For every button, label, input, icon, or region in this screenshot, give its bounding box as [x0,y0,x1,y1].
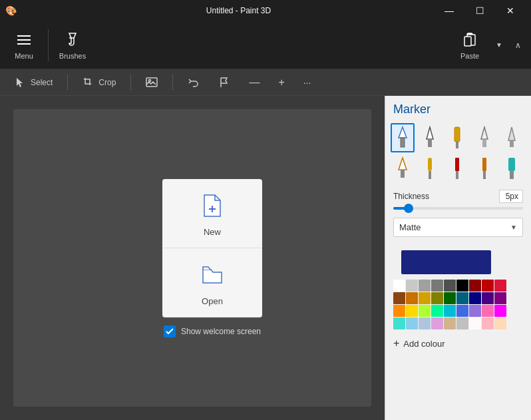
flag-tool[interactable] [214,74,234,91]
color-brown[interactable] [393,292,405,304]
brush-item-8[interactable] [445,154,469,183]
minimize-button[interactable]: — [434,0,464,21]
brush-item-1[interactable] [391,123,415,152]
color-dgray[interactable] [431,280,443,292]
color-navy[interactable] [469,292,481,304]
paste-button[interactable]: Paste [451,24,488,67]
color-lime[interactable] [419,305,431,317]
plus-tool[interactable]: + [274,74,288,91]
panel-title: Marker [385,96,531,120]
canvas-area: New Open Show welcome [0,96,385,420]
crop-tool[interactable]: Crop [79,74,120,91]
menu-icon [15,31,33,49]
svg-rect-1 [17,39,31,41]
color-gold[interactable] [419,292,431,304]
color-darkred[interactable] [469,280,481,292]
brushes-icon [63,31,82,49]
overlay-panel: New Open Show welcome [162,179,262,337]
brushes-button[interactable]: Brushes [54,24,91,67]
svg-rect-7 [146,78,157,87]
ellipsis-icon: ··· [303,77,311,88]
select-label: Select [31,78,53,87]
new-card[interactable]: New [162,179,262,248]
brush-item-9[interactable] [472,154,496,183]
svg-rect-19 [429,171,431,179]
color-snow[interactable] [469,317,481,329]
palette-row-2 [393,305,523,317]
brush-grid [385,120,531,186]
color-teal[interactable] [456,292,468,304]
toolbar-dropdown-button[interactable]: ▼ [491,24,507,67]
menu-button[interactable]: Menu [5,24,43,67]
toolbar-collapse-button[interactable]: ∧ [510,24,526,67]
color-violet[interactable] [469,305,481,317]
svg-rect-15 [482,139,486,147]
finish-dropdown[interactable]: Matte ▼ [393,218,523,237]
color-skyblue[interactable] [406,317,418,329]
brush-item-5[interactable] [500,123,524,152]
brush-item-6[interactable] [391,154,415,183]
plus-icon: + [278,77,284,89]
color-red[interactable] [482,280,494,292]
color-plum[interactable] [431,317,443,329]
finish-label: Matte [399,222,510,232]
color-yellow[interactable] [406,305,418,317]
select-tool[interactable]: Select [11,74,57,91]
brush-item-4[interactable] [472,123,496,152]
tool-separator-2 [130,75,131,91]
add-colour-button[interactable]: + Add colour [385,332,531,355]
color-cyan[interactable] [444,305,456,317]
color-swatch-row [393,245,523,277]
select-icon [15,77,27,89]
color-hotpink[interactable] [482,305,494,317]
paste-label: Paste [460,52,479,60]
svg-rect-11 [401,138,405,147]
more-tool[interactable]: ··· [299,75,315,91]
title-bar: 🎨 Untitled - Paint 3D — ☐ ✕ [0,0,531,21]
color-royal[interactable] [456,305,468,317]
color-ddgray[interactable] [444,280,456,292]
color-white[interactable] [393,280,405,292]
color-dkgreen[interactable] [444,292,456,304]
minus-tool[interactable]: — [245,74,264,91]
svg-rect-25 [510,171,514,179]
color-darkorange[interactable] [393,305,405,317]
color-black[interactable] [456,280,468,292]
image-tool[interactable] [142,74,162,91]
brush-item-10[interactable] [500,154,524,183]
welcome-row: Show welcome screen [164,325,261,337]
color-spring[interactable] [431,305,443,317]
color-pink[interactable] [482,317,494,329]
undo-tool[interactable] [184,74,204,91]
welcome-checkbox[interactable] [164,325,176,337]
brush-item-2[interactable] [418,123,442,152]
eyedropper-button[interactable] [528,268,531,286]
color-turquoise[interactable] [393,317,405,329]
maximize-button[interactable]: ☐ [464,0,495,21]
color-purple[interactable] [494,292,506,304]
color-silver[interactable] [456,317,468,329]
collapse-icon: ∧ [515,41,521,50]
open-card[interactable]: Open [162,248,262,317]
color-gray[interactable] [419,280,431,292]
color-swatch[interactable] [401,250,491,274]
color-crimson[interactable] [494,280,506,292]
brush-item-3[interactable] [445,123,469,152]
close-button[interactable]: ✕ [495,0,526,21]
color-indigo[interactable] [482,292,494,304]
title-bar-controls: — ☐ ✕ [434,0,526,21]
svg-rect-5 [464,37,471,46]
slider-thumb[interactable] [404,204,413,213]
svg-rect-17 [401,170,405,178]
color-lgray[interactable] [406,280,418,292]
paste-icon [460,31,479,49]
color-tan[interactable] [444,317,456,329]
thickness-value[interactable]: 5px [499,190,523,203]
brush-item-7[interactable] [418,154,442,183]
color-peach[interactable] [494,317,506,329]
color-steel[interactable] [419,317,431,329]
slider-track[interactable] [393,207,523,210]
color-orange[interactable] [406,292,418,304]
color-magenta[interactable] [494,305,506,317]
color-olive[interactable] [431,292,443,304]
